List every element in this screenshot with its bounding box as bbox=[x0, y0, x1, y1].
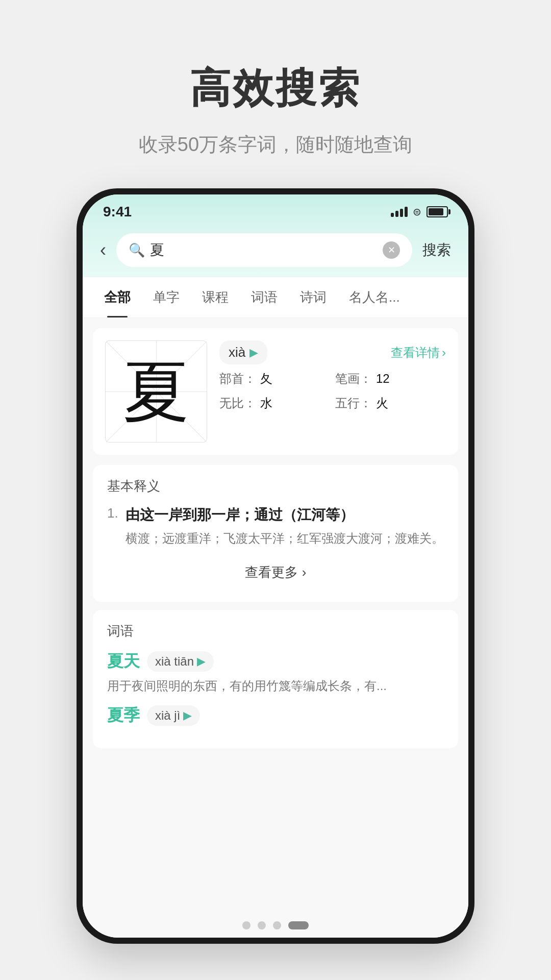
wubi-item: 无比： 水 bbox=[219, 395, 330, 411]
see-more-button[interactable]: 查看更多 › bbox=[107, 555, 444, 590]
search-input[interactable]: 夏 bbox=[150, 240, 378, 260]
page-dots bbox=[83, 913, 468, 938]
status-icons: ⊜ bbox=[391, 206, 448, 218]
character-details: 部首： 夂 笔画： 12 无比： 水 五行： 火 bbox=[219, 371, 446, 411]
words-section: 词语 夏天 xià tiān ▶ 用于夜间照明的东西，有的用竹篾等编成长条，有.… bbox=[93, 610, 458, 748]
wuxing-item: 五行： 火 bbox=[335, 395, 446, 411]
def-main: 由这一岸到那一岸；通过（江河等） bbox=[126, 505, 444, 525]
word-chinese-1: 夏天 bbox=[107, 650, 140, 673]
word-pinyin-1: xià tiān bbox=[155, 654, 194, 669]
pinyin-row: xià ▶ 查看详情 › bbox=[219, 340, 446, 364]
status-bar: 9:41 ⊜ bbox=[83, 194, 468, 225]
page-title: 高效搜索 bbox=[190, 61, 361, 116]
bushou-item: 部首： 夂 bbox=[219, 371, 330, 387]
chevron-right-icon: › bbox=[442, 346, 446, 360]
basic-meaning-title: 基本释义 bbox=[107, 477, 444, 495]
word-item-1[interactable]: 夏天 xià tiān ▶ 用于夜间照明的东西，有的用竹篾等编成长条，有... bbox=[107, 650, 444, 695]
word-pinyin-badge-2: xià jì ▶ bbox=[147, 705, 200, 726]
word-sound-icon-2[interactable]: ▶ bbox=[183, 709, 192, 722]
signal-bar-1 bbox=[391, 213, 394, 217]
tab-course[interactable]: 课程 bbox=[191, 277, 240, 317]
def-example: 横渡；远渡重洋；飞渡太平洋；红军强渡大渡河；渡难关。 bbox=[126, 529, 444, 548]
detail-link-text: 查看详情 bbox=[391, 345, 440, 361]
detail-link[interactable]: 查看详情 › bbox=[391, 345, 446, 361]
signal-icon bbox=[391, 207, 408, 217]
see-more-text: 查看更多 bbox=[245, 564, 298, 581]
search-submit-button[interactable]: 搜索 bbox=[420, 240, 453, 260]
word-header-1: 夏天 xià tiān ▶ bbox=[107, 650, 444, 673]
wifi-icon: ⊜ bbox=[413, 206, 421, 218]
wuxing-value: 火 bbox=[376, 395, 388, 411]
bushou-label: 部首： bbox=[219, 371, 256, 387]
signal-bar-3 bbox=[400, 209, 403, 217]
pinyin-badge: xià ▶ bbox=[219, 340, 267, 364]
word-pinyin-badge-1: xià tiān ▶ bbox=[147, 651, 214, 672]
wubi-label: 无比： bbox=[219, 395, 256, 411]
tab-famous[interactable]: 名人名... bbox=[338, 277, 411, 317]
word-pinyin-2: xià jì bbox=[155, 708, 180, 723]
dot-3 bbox=[273, 921, 281, 929]
phone-screen: 9:41 ⊜ ‹ 🔍 夏 ✕ 搜索 bbox=[83, 194, 468, 938]
word-header-2: 夏季 xià jì ▶ bbox=[107, 704, 444, 727]
hero-section: 高效搜索 收录50万条字词，随时随地查询 bbox=[0, 0, 551, 188]
word-chinese-2: 夏季 bbox=[107, 704, 140, 727]
signal-bar-4 bbox=[405, 207, 408, 217]
dot-2 bbox=[258, 921, 266, 929]
bihua-item: 笔画： 12 bbox=[335, 371, 446, 387]
tab-all[interactable]: 全部 bbox=[93, 277, 142, 317]
character-info: xià ▶ 查看详情 › 部首： 夂 bbox=[219, 340, 446, 443]
dot-1 bbox=[242, 921, 251, 929]
back-button[interactable]: ‹ bbox=[98, 237, 108, 263]
bihua-label: 笔画： bbox=[335, 371, 372, 387]
tab-word[interactable]: 词语 bbox=[240, 277, 289, 317]
battery-fill bbox=[429, 208, 443, 215]
status-time: 9:41 bbox=[103, 204, 132, 220]
signal-bar-2 bbox=[395, 211, 398, 217]
def-content: 由这一岸到那一岸；通过（江河等） 横渡；远渡重洋；飞渡太平洋；红军强渡大渡河；渡… bbox=[126, 505, 444, 548]
sound-icon[interactable]: ▶ bbox=[249, 346, 258, 359]
content-area: 夏 xià ▶ 查看详情 › bbox=[83, 318, 468, 913]
words-title: 词语 bbox=[107, 622, 444, 640]
search-area: ‹ 🔍 夏 ✕ 搜索 bbox=[83, 225, 468, 277]
basic-meaning-card: 基本释义 1. 由这一岸到那一岸；通过（江河等） 横渡；远渡重洋；飞渡太平洋；红… bbox=[93, 465, 458, 602]
bushou-value: 夂 bbox=[260, 371, 272, 387]
character-image-box: 夏 bbox=[105, 340, 207, 443]
search-icon: 🔍 bbox=[129, 242, 145, 258]
search-box[interactable]: 🔍 夏 ✕ bbox=[116, 233, 412, 267]
pinyin-text: xià bbox=[229, 345, 245, 360]
wuxing-label: 五行： bbox=[335, 395, 372, 411]
bihua-value: 12 bbox=[376, 372, 390, 386]
tab-character[interactable]: 单字 bbox=[142, 277, 191, 317]
tab-poem[interactable]: 诗词 bbox=[289, 277, 338, 317]
definition-item-1: 1. 由这一岸到那一岸；通过（江河等） 横渡；远渡重洋；飞渡太平洋；红军强渡大渡… bbox=[107, 505, 444, 548]
character-display: 夏 bbox=[123, 358, 189, 425]
battery-icon bbox=[427, 206, 448, 217]
word-item-2[interactable]: 夏季 xià jì ▶ bbox=[107, 704, 444, 727]
chevron-right-icon-more: › bbox=[302, 565, 307, 580]
word-desc-1: 用于夜间照明的东西，有的用竹篾等编成长条，有... bbox=[107, 677, 444, 695]
dot-4-active bbox=[288, 921, 309, 929]
clear-button[interactable]: ✕ bbox=[383, 241, 400, 259]
word-sound-icon-1[interactable]: ▶ bbox=[197, 655, 206, 668]
character-card: 夏 xià ▶ 查看详情 › bbox=[93, 328, 458, 455]
page-subtitle: 收录50万条字词，随时随地查询 bbox=[139, 132, 412, 158]
phone-frame: 9:41 ⊜ ‹ 🔍 夏 ✕ 搜索 bbox=[77, 188, 474, 944]
tabs-bar: 全部 单字 课程 词语 诗词 名人名... bbox=[83, 277, 468, 318]
wubi-value: 水 bbox=[260, 395, 272, 411]
def-number: 1. bbox=[107, 505, 118, 548]
